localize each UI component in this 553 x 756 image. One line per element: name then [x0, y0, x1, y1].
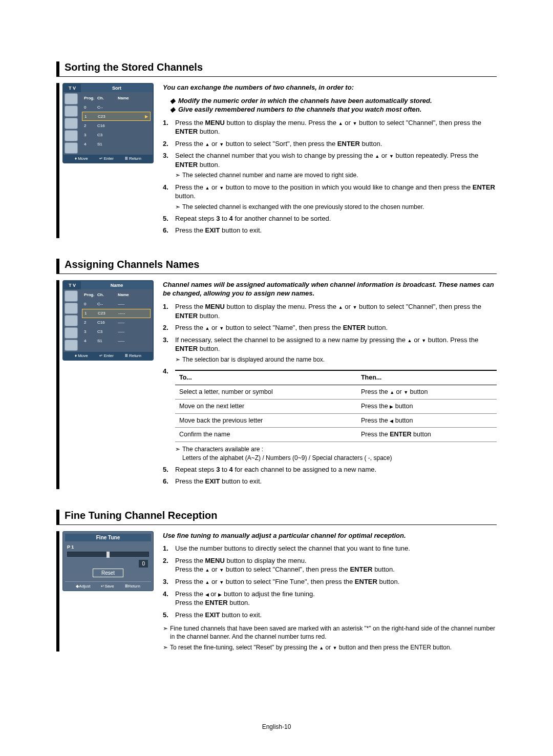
step-num: 4. — [163, 183, 175, 211]
s3-note1: Fine tuned channels that have been saved… — [170, 624, 497, 641]
osd-foot-return: Return — [128, 584, 140, 589]
osd-ft-slider — [67, 552, 149, 557]
osd-col-prog: Prog. — [82, 96, 97, 100]
step4-body: Press the or button to move to the posit… — [175, 183, 497, 211]
osd-cell: ----- — [118, 311, 150, 316]
down-arrow-icon — [219, 140, 224, 148]
down-arrow-icon — [219, 324, 224, 331]
step3-body: Select the channel number that you wish … — [175, 151, 497, 179]
note-glyph-icon: ➣ — [175, 203, 180, 211]
s2-step5-body: Repeat steps 3 to 4 for each channel to … — [175, 465, 497, 474]
osd-foot-adjust: Adjust — [79, 584, 90, 589]
osd-cell: S1 — [97, 339, 118, 343]
osd-cell: ----- — [118, 320, 151, 325]
td-to: Move back the previous letter — [175, 413, 357, 428]
s3-step4-body: Press the or button to adjust the fine t… — [175, 590, 497, 607]
osd-col-name: Name — [118, 96, 151, 100]
down-arrow-icon — [389, 152, 394, 159]
chars-note-a: The characters available are : — [182, 446, 263, 453]
s2-step2-body: Press the or button to select "Name", th… — [175, 323, 497, 332]
step-num: 4. — [163, 367, 175, 462]
td-to: Move on the next letter — [175, 399, 357, 413]
td-then: Press the ENTER button — [357, 428, 497, 442]
osd-cell: 3 — [82, 133, 97, 137]
osd-figure-name: T V Name Prog. — [56, 280, 154, 489]
osd-cell: 1 — [82, 311, 98, 316]
td-to: Select a letter, number or symbol — [175, 385, 357, 399]
step-num: 5. — [163, 465, 175, 474]
osd-cell: 0 — [82, 302, 97, 306]
section1-title: Sorting the Stored Channels — [56, 61, 497, 77]
osd-ft-knob — [107, 552, 110, 558]
down-arrow-icon — [333, 644, 337, 651]
section-fine-tune: Fine Tuning Channel Reception Fine Tune … — [56, 510, 497, 652]
osd-figure-finetune: Fine Tune P 1 0 Reset ◆Adjust ↵Save ⅢRet… — [56, 531, 154, 652]
down-arrow-icon — [219, 578, 224, 585]
osd-cell: S1 — [97, 142, 118, 146]
osd-col-name: Name — [118, 292, 151, 297]
osd-icon — [65, 106, 78, 117]
step4-note: The selected channel is exchanged with t… — [182, 203, 424, 211]
s2-step3-body: If necessary, select the channel to be a… — [175, 335, 497, 364]
osd-icon — [65, 327, 78, 339]
up-arrow-icon — [338, 119, 343, 127]
to-then-table: To...Then... Select a letter, number or … — [175, 370, 497, 442]
arrow-right-icon: ▶ — [118, 114, 150, 119]
osd-cell: C3 — [97, 329, 118, 334]
osd-cell: 2 — [82, 123, 97, 128]
osd-cell: C23 — [98, 311, 118, 316]
s3-step3-body: Press the or button to select "Fine Tune… — [175, 577, 497, 586]
osd-cell: C3 — [97, 133, 118, 137]
osd-icon — [65, 315, 78, 326]
osd-ft-channel: P 1 — [67, 544, 149, 550]
osd-col-ch: Ch. — [97, 292, 118, 297]
td-then: Press the or button — [357, 385, 497, 399]
step-num: 3. — [163, 335, 175, 364]
osd-foot-move: Move — [78, 353, 88, 358]
osd-foot-return: Return — [129, 156, 141, 161]
osd-foot-return: Return — [129, 353, 141, 358]
section2-intro: Channel names will be assigned automatic… — [163, 280, 497, 298]
down-arrow-icon — [421, 336, 426, 344]
osd-cell: C-- — [97, 105, 118, 110]
td-then: Press the button — [357, 399, 497, 413]
osd-cell: C23 — [98, 114, 118, 119]
osd-icon — [65, 130, 78, 141]
section3-title: Fine Tuning Channel Reception — [56, 510, 497, 525]
note-glyph-icon: ➣ — [175, 445, 180, 461]
osd-cell: C-- — [97, 302, 118, 306]
down-arrow-icon — [219, 183, 224, 191]
osd-ft-title: Fine Tune — [65, 534, 151, 541]
osd-cell: 2 — [82, 320, 97, 325]
down-arrow-icon — [403, 388, 408, 395]
section2-title: Assigning Channels Names — [56, 259, 497, 274]
osd-cell: 4 — [82, 339, 97, 343]
osd-icon — [65, 340, 78, 351]
step-num: 2. — [163, 556, 175, 574]
step-num: 1. — [163, 118, 175, 136]
osd-ft-value: 0 — [139, 560, 148, 568]
step-num: 3. — [163, 577, 175, 586]
osd-cell: 1 — [82, 114, 98, 119]
step-num: 6. — [163, 226, 175, 235]
s3-step1-body: Use the number buttons to directly selec… — [175, 544, 497, 553]
s3-note2: To reset the fine-tuning, select "Reset"… — [170, 643, 452, 652]
osd-icon — [65, 93, 78, 104]
td-to: Confirm the name — [175, 428, 357, 442]
s2-step6-body: Press the EXIT button to exit. — [175, 477, 497, 486]
th-to: To... — [175, 370, 357, 385]
osd-title-sort: Sort — [81, 84, 153, 92]
osd-cell: ----- — [118, 302, 151, 306]
step-num: 3. — [163, 151, 175, 179]
step-num: 2. — [163, 139, 175, 149]
s3-step5-body: Press the EXIT button to exit. — [175, 611, 497, 620]
down-arrow-icon — [352, 119, 357, 127]
up-arrow-icon — [319, 644, 324, 651]
step-num: 2. — [163, 323, 175, 332]
step-num: 1. — [163, 302, 175, 320]
up-arrow-icon — [375, 152, 379, 159]
s2-step1-body: Press the MENU button to display the men… — [175, 302, 497, 320]
step5-body: Repeat steps 3 to 4 for another channel … — [175, 214, 497, 223]
note-glyph-icon: ➣ — [175, 355, 180, 364]
note-glyph-icon: ➣ — [175, 171, 180, 179]
